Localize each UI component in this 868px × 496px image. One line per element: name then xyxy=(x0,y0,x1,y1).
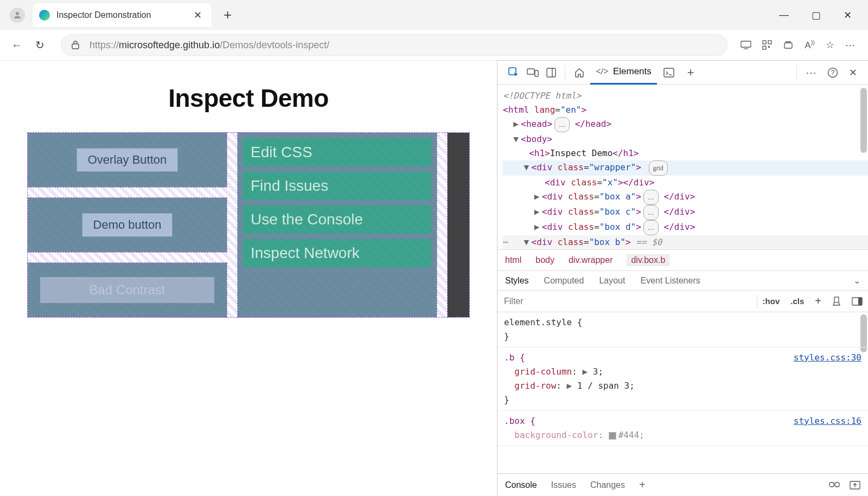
svg-rect-7 xyxy=(784,43,792,48)
rule-element-style[interactable]: element.style { } xyxy=(497,312,868,347)
drawer-expand-icon[interactable] xyxy=(850,481,860,489)
tab-event-listeners[interactable]: Event Listeners xyxy=(640,276,700,286)
drawer-console[interactable]: Console xyxy=(505,480,537,490)
collections-icon[interactable] xyxy=(783,41,794,49)
dom-breadcrumb[interactable]: html body div.wrapper div.box.b xyxy=(497,250,868,271)
drawer-issues[interactable]: Issues xyxy=(551,480,576,490)
address-bar-row: ← ↻ https://microsoftedge.github.io/Demo… xyxy=(0,30,868,60)
elements-tab-label: Elements xyxy=(613,66,652,77)
back-button[interactable]: ← xyxy=(5,39,28,51)
dom-doctype: <!DOCTYPE html> xyxy=(503,91,582,101)
crumb-html[interactable]: html xyxy=(505,255,521,265)
rule-b[interactable]: styles.css:30 .b { grid-column: ▶ 3; gri… xyxy=(497,347,868,411)
more-icon[interactable]: ⋯ xyxy=(845,39,855,51)
person-icon xyxy=(12,10,22,20)
qr-icon[interactable] xyxy=(762,40,772,50)
device-toolbar-icon[interactable] xyxy=(527,68,539,78)
nav-find-issues[interactable]: Find Issues xyxy=(243,172,431,200)
devtools-drawer: Console Issues Changes + xyxy=(497,473,868,496)
crumb-body[interactable]: body xyxy=(535,255,554,265)
browser-titlebar: Inspector Demonstration ✕ + — ▢ ✕ xyxy=(0,0,868,30)
drawer-changes[interactable]: Changes xyxy=(590,480,625,490)
maximize-button[interactable]: ▢ xyxy=(812,9,821,21)
tab-close-button[interactable]: ✕ xyxy=(190,7,205,23)
window-close-button[interactable]: ✕ xyxy=(844,9,852,21)
cls-button[interactable]: .cls xyxy=(785,297,809,306)
drawer-add-button[interactable]: + xyxy=(639,479,646,491)
styles-filter-bar: :hov .cls + xyxy=(497,291,868,312)
brush-icon[interactable] xyxy=(827,297,846,306)
inspect-element-icon[interactable] xyxy=(508,67,519,78)
grid-cell-c: Demo button xyxy=(28,198,227,252)
grid-cell-d: Bad Contrast xyxy=(28,263,227,317)
browser-tab[interactable]: Inspector Demonstration ✕ xyxy=(33,3,212,27)
panel-layout-icon[interactable] xyxy=(546,68,556,78)
style-rules[interactable]: element.style { } styles.css:30 .b { gri… xyxy=(497,312,868,473)
new-rule-button[interactable]: + xyxy=(809,295,827,307)
close-devtools-button[interactable]: ✕ xyxy=(844,67,863,79)
code-icon: </> xyxy=(596,66,609,77)
svg-rect-6 xyxy=(768,46,770,48)
nav-use-console[interactable]: Use the Console xyxy=(243,205,431,234)
grid-nav-column: Edit CSS Find Issues Use the Console Ins… xyxy=(238,133,437,317)
demo-grid-wrapper: Overlay Button Edit CSS Find Issues Use … xyxy=(27,132,470,318)
bad-contrast-button[interactable]: Bad Contrast xyxy=(40,277,214,303)
url-scheme: https:// xyxy=(90,40,119,51)
dom-wrapper-row[interactable]: ▼<div class="wrapper"> grid xyxy=(503,160,868,176)
computed-toggle-icon[interactable] xyxy=(846,297,868,306)
svg-text:?: ? xyxy=(831,69,835,76)
source-link-box[interactable]: styles.css:16 xyxy=(794,414,861,428)
desktop-icon[interactable] xyxy=(741,41,751,49)
svg-rect-3 xyxy=(763,41,766,44)
source-link-b[interactable]: styles.css:30 xyxy=(794,351,861,365)
nav-edit-css[interactable]: Edit CSS xyxy=(243,138,431,166)
console-tab-icon[interactable] xyxy=(657,68,681,78)
grid-cell-a: Overlay Button xyxy=(28,133,227,187)
grid-dark-column xyxy=(448,133,469,317)
dom-selected-row[interactable]: ⋯ ▼<div class="box b"> == $0 xyxy=(503,235,868,249)
address-bar[interactable]: https://microsoftedge.github.io/Demos/de… xyxy=(61,34,727,56)
scrollbar-thumb[interactable] xyxy=(860,88,867,153)
svg-rect-2 xyxy=(741,41,751,47)
minimize-button[interactable]: — xyxy=(779,9,789,21)
overlay-button[interactable]: Overlay Button xyxy=(76,148,178,172)
devtools-panel: </> Elements + ⋯ ? ✕ <!DOCTYPE html> <ht… xyxy=(497,60,868,496)
styles-filter-input[interactable] xyxy=(497,297,757,306)
dom-tree[interactable]: <!DOCTYPE html> <html lang="en"> ▶<head>… xyxy=(497,85,868,250)
tab-layout[interactable]: Layout xyxy=(599,276,625,286)
styles-tabs: Styles Computed Layout Event Listeners ⌄ xyxy=(497,271,868,291)
refresh-button[interactable]: ↻ xyxy=(28,38,51,51)
svg-rect-19 xyxy=(829,482,834,487)
lock-icon xyxy=(71,40,80,50)
svg-point-0 xyxy=(16,12,19,15)
svg-rect-4 xyxy=(768,41,771,44)
read-aloud-icon[interactable]: A)) xyxy=(805,39,815,51)
edge-favicon-icon xyxy=(39,10,50,21)
welcome-tab-icon[interactable] xyxy=(569,67,590,78)
url-host: microsoftedge.github.io xyxy=(119,40,220,51)
new-tab-button[interactable]: + xyxy=(212,7,244,23)
add-tab-button[interactable]: + xyxy=(681,66,701,80)
drawer-link-icon[interactable] xyxy=(829,481,840,489)
svg-rect-5 xyxy=(763,46,766,49)
favorite-icon[interactable]: ☆ xyxy=(826,39,834,51)
tab-computed[interactable]: Computed xyxy=(544,276,584,286)
tab-title: Inspector Demonstration xyxy=(56,10,190,20)
svg-rect-9 xyxy=(527,69,534,74)
help-icon[interactable]: ? xyxy=(822,67,844,78)
chevron-down-icon[interactable]: ⌄ xyxy=(853,275,860,286)
crumb-wrapper[interactable]: div.wrapper xyxy=(569,255,613,265)
elements-tab[interactable]: </> Elements xyxy=(590,61,657,85)
rule-box[interactable]: styles.css:16 .box { background-color: #… xyxy=(497,411,868,446)
profile-avatar[interactable] xyxy=(10,8,25,23)
tab-styles[interactable]: Styles xyxy=(505,276,529,286)
hov-button[interactable]: :hov xyxy=(757,297,786,306)
url-path: /Demos/devtools-inspect/ xyxy=(220,40,329,51)
svg-rect-20 xyxy=(835,482,839,487)
svg-rect-13 xyxy=(664,68,674,77)
more-tools-icon[interactable]: ⋯ xyxy=(800,66,822,79)
nav-inspect-network[interactable]: Inspect Network xyxy=(243,239,431,267)
crumb-box-b[interactable]: div.box.b xyxy=(627,254,669,266)
demo-button[interactable]: Demo button xyxy=(82,213,173,237)
svg-rect-1 xyxy=(72,44,79,49)
